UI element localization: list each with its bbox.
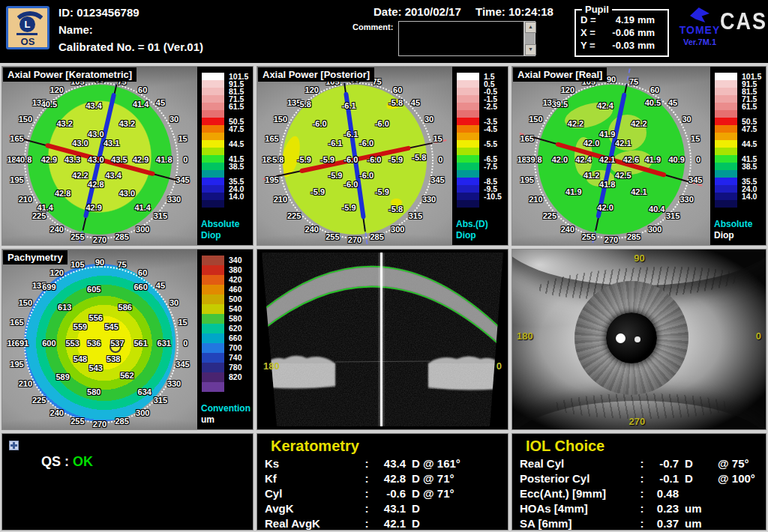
- map-value: 42.2: [631, 119, 646, 128]
- calibrated-label: Calibrated No. = 01 (Ver.01): [58, 40, 203, 53]
- comment-input[interactable]: [398, 21, 524, 56]
- map-value: -5.9: [328, 171, 343, 180]
- qs-status: QS : OK: [26, 438, 93, 486]
- cell-angle: [718, 516, 766, 531]
- angle-label: 165: [10, 134, 23, 143]
- scale-tick-label: 14.0: [742, 193, 757, 200]
- angle-label: 120: [50, 85, 64, 94]
- angle-label: 300: [136, 225, 149, 234]
- photo-angle-right: 0: [756, 330, 761, 342]
- map-value: 41.8: [599, 180, 615, 189]
- cell-v: -0.03: [604, 39, 638, 52]
- pupil-box: Pupil D =4.19mmX =-0.06mmY =-0.03mm: [574, 9, 669, 57]
- iris: [574, 281, 688, 395]
- photo-angle-left: 180: [517, 330, 533, 342]
- cell-label: Real AvgK: [265, 516, 361, 531]
- scale-bands: 101.591.581.571.561.550.547.544.541.538.…: [202, 73, 248, 208]
- angle-label: 45: [668, 98, 677, 107]
- angle-label: 0: [438, 155, 442, 164]
- eye-photo-panel[interactable]: 90 180 0 270: [512, 249, 766, 430]
- map-value: 548: [74, 354, 87, 363]
- scale-swatch: [715, 155, 737, 163]
- angle-label: 270: [93, 420, 106, 429]
- comment-scrollbar[interactable]: ▲ ▼: [524, 21, 536, 56]
- scale-swatch: [457, 170, 479, 178]
- scale-swatch: [202, 185, 224, 193]
- angle-label: 90: [607, 75, 616, 84]
- angle-label: 240: [305, 225, 319, 234]
- map-value: 553: [65, 339, 79, 348]
- map-value: -5.9: [320, 155, 334, 164]
- scale-swatch: [457, 73, 479, 80]
- map-value: 42.0: [552, 155, 568, 164]
- angle-label: 60: [393, 85, 402, 94]
- scale-swatch: [202, 133, 224, 140]
- angle-label: 90: [95, 258, 104, 267]
- cell-v: -0.06: [604, 26, 638, 39]
- scale-swatch: [202, 324, 224, 333]
- scroll-down-button[interactable]: ▼: [525, 44, 536, 55]
- cell-value: 0.23: [647, 501, 685, 516]
- topography-map[interactable]: 0153045607590105120135150165180195210225…: [2, 67, 197, 245]
- patient-id: ID: 0123456789: [58, 6, 140, 19]
- angle-label: 210: [19, 195, 32, 204]
- scale-unit-label: Convention: [201, 403, 250, 414]
- map-value: 562: [120, 371, 134, 380]
- topography-map[interactable]: 0153045607590105120135150165180195210225…: [512, 67, 710, 245]
- table-row: X =-0.06mm: [580, 26, 657, 39]
- cell-colon: :: [637, 516, 647, 531]
- scale-swatch: [457, 133, 479, 140]
- angle-label: 225: [287, 211, 301, 220]
- map-value: 42.8: [55, 189, 70, 198]
- scale-band: 540: [202, 304, 242, 314]
- scale-tick-label: 44.5: [742, 140, 757, 148]
- cell-value: 0.48: [647, 486, 685, 501]
- angle-label: 45: [411, 98, 420, 107]
- scale-swatch: [202, 382, 224, 392]
- photo-angle-top: 90: [634, 253, 644, 264]
- cell-unit: D: [685, 456, 718, 471]
- map-value: 605: [87, 285, 100, 294]
- cell-value: 43.4: [373, 456, 412, 471]
- map-panel-pachymetry: Pachymetry 01530456075901051201351501651…: [2, 249, 254, 430]
- oct-cross-section-panel[interactable]: 180 0: [256, 249, 508, 430]
- map-value: -6.0: [359, 171, 374, 180]
- angle-label: 330: [167, 379, 181, 388]
- scale-tick-label: 61.5: [229, 103, 244, 110]
- scale-band: 700: [202, 343, 242, 353]
- scale-band: [457, 200, 502, 208]
- scale-swatch: [715, 178, 737, 185]
- map-title: Axial Power [Real]: [513, 67, 607, 82]
- patient-name: Name:: [58, 23, 93, 36]
- angle-label: 150: [529, 115, 542, 124]
- angle-label: 0: [696, 155, 700, 164]
- angle-label: 0: [183, 155, 188, 164]
- scale-swatch: [715, 193, 737, 200]
- color-scale: 340380420460500540580620660700740780820 …: [197, 250, 253, 429]
- comment-label: Comment:: [352, 22, 393, 31]
- angle-label: 345: [430, 175, 444, 184]
- scale-band: 660: [202, 333, 242, 343]
- tomey-logo-icon: [690, 7, 710, 22]
- angle-label: 270: [604, 235, 618, 244]
- scale-bands: 1.50.5-0.5-1.5-2.5-3.5-4.5-5.5-6.5-7.5-8…: [457, 73, 502, 208]
- map-value: 43.2: [119, 119, 135, 128]
- scale-band: 44.5: [715, 140, 761, 148]
- time-label: Time: 10:24:18: [476, 5, 554, 18]
- scroll-up-button[interactable]: ▲: [525, 22, 536, 33]
- angle-label: 225: [543, 211, 556, 220]
- scale-tick-label: -4.5: [484, 125, 497, 133]
- map-value: 42.9: [86, 203, 101, 212]
- topography-map[interactable]: 0153045607590105120135150165180195210225…: [257, 67, 452, 245]
- map-value: -5.8: [297, 100, 311, 109]
- scale-swatch: [715, 125, 737, 133]
- scale-swatch: [202, 265, 224, 275]
- table-row: Posterior Cyl:-0.1D@ 100°: [520, 471, 766, 486]
- cell-label: Kf: [265, 471, 361, 486]
- scale-tick-label: 580: [229, 314, 242, 324]
- map-value: 589: [56, 372, 69, 381]
- map-value: -6.0: [368, 155, 382, 164]
- expand-icon[interactable]: [9, 441, 19, 450]
- scale-bands: 101.591.581.571.561.550.547.544.541.538.…: [715, 73, 761, 208]
- pachymetry-map[interactable]: 0153045607590105120135150165180195210225…: [2, 250, 197, 429]
